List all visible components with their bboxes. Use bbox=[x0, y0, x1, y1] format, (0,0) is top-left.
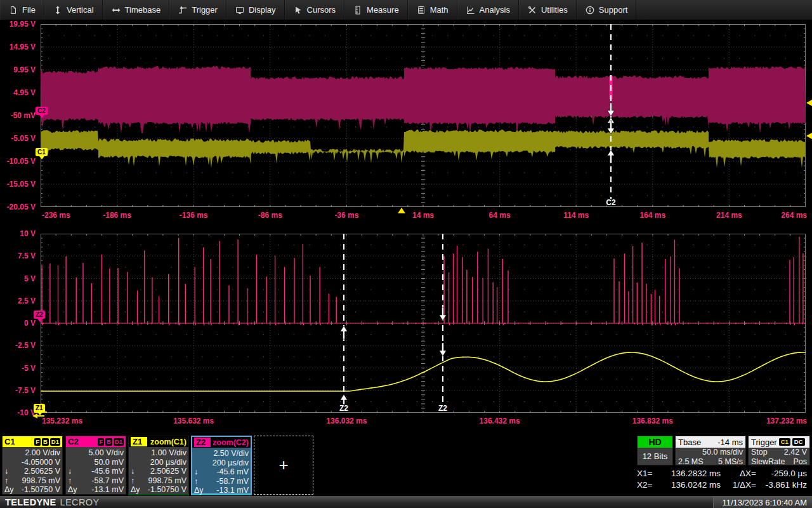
y-axis-label: 7.5 V bbox=[0, 251, 36, 260]
trigger-title: Trigger bbox=[751, 438, 777, 447]
y-axis-label: -10.05 V bbox=[0, 157, 36, 166]
descriptor-row-symbol: Δy bbox=[131, 485, 145, 495]
x-axis-label: 136.832 ms bbox=[618, 417, 688, 425]
descriptor-subtitle: zoom(C2) bbox=[213, 438, 249, 447]
descriptor-row-symbol bbox=[194, 449, 208, 458]
descriptor-c1[interactable]: C1FBD12.00 V/div-4.05000 V↓2.50625 V↑998… bbox=[2, 436, 63, 495]
descriptor-row-value: -58.7 mV bbox=[82, 476, 124, 486]
trigger-source-badge: C1 bbox=[779, 438, 790, 446]
descriptor-row-value: 2.50625 V bbox=[18, 467, 60, 476]
descriptor-row-value: -58.7 mV bbox=[208, 477, 249, 486]
menu-item-timebase[interactable]: Timebase bbox=[103, 0, 170, 20]
descriptor-badge-b: B bbox=[105, 438, 112, 446]
cursor-arrow-icon bbox=[294, 6, 303, 15]
x-axis-label: 136.432 ms bbox=[465, 417, 535, 425]
menu-item-display[interactable]: Display bbox=[226, 0, 285, 20]
trigger-time-marker[interactable] bbox=[398, 208, 405, 213]
menu-item-vertical[interactable]: Vertical bbox=[44, 0, 103, 20]
svg-text:Z2: Z2 bbox=[339, 404, 348, 413]
descriptor-row: 200 µs/div bbox=[131, 458, 187, 467]
tbase-offset: -14 ms bbox=[717, 438, 743, 447]
y-axis-label: 9.95 V bbox=[0, 65, 36, 74]
descriptor-badge-b: B bbox=[42, 438, 49, 446]
descriptor-row: 1.00 V/div bbox=[131, 448, 187, 458]
main-grid-plot[interactable]: C2 bbox=[41, 24, 806, 207]
add-trace-button[interactable]: + bbox=[254, 436, 313, 495]
tbase-samples: 2.5 MS bbox=[678, 457, 704, 467]
menu-item-file[interactable]: File bbox=[0, 0, 44, 20]
descriptor-row-value: 5.00 V/div bbox=[82, 448, 124, 458]
descriptor-title: Z2 bbox=[194, 438, 211, 447]
trace-offset-pointer-c1 bbox=[39, 156, 44, 159]
descriptor-c2[interactable]: C2FBD15.00 V/div50.0 mV↓-45.6 mV↑-58.7 m… bbox=[65, 436, 126, 495]
descriptor-row-symbol: ↓ bbox=[131, 467, 145, 476]
descriptor-row: Δy-1.50750 V bbox=[131, 485, 187, 495]
descriptor-title: C1 bbox=[4, 437, 15, 446]
descriptor-badge-f: F bbox=[34, 438, 41, 446]
descriptor-row: ↓-45.6 mV bbox=[194, 467, 249, 477]
hd-mode-box[interactable]: HD 12 Bits bbox=[637, 436, 673, 465]
menu-item-label: Support bbox=[599, 5, 628, 15]
zoom-grid-plot[interactable]: Z2Z2 bbox=[41, 234, 806, 413]
descriptor-row-value: -45.6 mV bbox=[82, 467, 124, 476]
menu-item-measure[interactable]: Measure bbox=[344, 0, 408, 20]
menu-item-analysis[interactable]: Analysis bbox=[457, 0, 519, 20]
x-axis-label: 135.232 ms bbox=[42, 417, 112, 425]
descriptor-row: -4.05000 V bbox=[4, 458, 60, 467]
calculator-icon bbox=[417, 6, 426, 15]
trace-offset-marker-c2[interactable]: C2 bbox=[36, 107, 48, 115]
timebase-box[interactable]: Tbase -14 ms 50.0 ms/div 2.5 MS 5 MS/s bbox=[675, 436, 746, 465]
brand-lecroy: LECROY bbox=[60, 497, 100, 507]
menu-item-cursors[interactable]: Cursors bbox=[285, 0, 345, 20]
descriptor-row: 5.00 V/div bbox=[68, 448, 124, 458]
descriptor-badge-d1: D1 bbox=[50, 438, 60, 446]
tbase-rate: 5 MS/s bbox=[718, 457, 743, 467]
descriptor-row-symbol: ↓ bbox=[4, 467, 18, 476]
trigger-box[interactable]: Trigger C1 DC Stop 2.42 V SlewRate Pos bbox=[748, 436, 810, 465]
vertical-arrows-icon bbox=[53, 6, 62, 15]
descriptor-row: 200 µs/div bbox=[194, 458, 249, 468]
menu-item-label: Display bbox=[249, 5, 276, 15]
menu-item-trigger[interactable]: Trigger bbox=[169, 0, 226, 20]
oscilloscope-screen: FileVerticalTimebaseTriggerDisplayCursor… bbox=[0, 0, 812, 508]
menu-item-label: Measure bbox=[367, 5, 399, 15]
y-axis-label: -50 mV bbox=[0, 111, 36, 120]
menu-item-label: Math bbox=[430, 5, 449, 15]
svg-text:Z2: Z2 bbox=[438, 404, 447, 413]
y-axis-label: 0 V bbox=[0, 319, 36, 328]
tbase-scale: 50.0 ms/div bbox=[702, 448, 743, 457]
descriptor-row: Δy-1.50750 V bbox=[4, 485, 60, 495]
trace-offset-marker-z1[interactable]: Z1 bbox=[34, 404, 45, 412]
descriptor-row-symbol bbox=[131, 458, 145, 467]
utilities-tools-icon bbox=[528, 6, 537, 15]
trace-offset-pointer-c2 bbox=[39, 115, 44, 118]
menu-item-math[interactable]: Math bbox=[408, 0, 457, 20]
dx-value: -259.0 µs bbox=[756, 468, 807, 479]
descriptor-row-symbol bbox=[194, 458, 208, 468]
trace-offset-marker-z2[interactable]: Z2 bbox=[34, 311, 45, 319]
dx-label: ΔX= bbox=[721, 468, 756, 479]
menu-item-support[interactable]: Support bbox=[577, 0, 637, 20]
trigger-mode: Stop bbox=[751, 448, 768, 457]
y-axis-label: -20.05 V bbox=[0, 203, 36, 211]
descriptor-z2[interactable]: Z2zoom(C2)2.50 V/div200 µs/div↓-45.6 mV↑… bbox=[191, 436, 252, 495]
invdx-label: 1/ΔX= bbox=[721, 479, 756, 491]
trace-offset-marker-c1[interactable]: C1 bbox=[36, 148, 48, 156]
y-axis-label: 10 V bbox=[0, 229, 36, 238]
descriptor-row-value: 998.75 mV bbox=[18, 476, 60, 486]
descriptor-row-symbol: ↑ bbox=[68, 476, 82, 486]
invdx-value: -3.861 kHz bbox=[756, 479, 807, 491]
menu-item-utilities[interactable]: Utilities bbox=[519, 0, 577, 20]
descriptor-row-value: 200 µs/div bbox=[208, 458, 249, 468]
descriptor-row-symbol: Δy bbox=[194, 486, 208, 495]
descriptor-row: ↑998.75 mV bbox=[131, 476, 187, 486]
y-axis-label: 19.95 V bbox=[0, 20, 36, 29]
descriptor-row-symbol bbox=[4, 458, 18, 467]
menu-item-label: File bbox=[22, 5, 36, 15]
y-axis-label: -5 V bbox=[0, 364, 36, 373]
trace-offset-pointer-z1 bbox=[37, 412, 43, 415]
descriptor-z1[interactable]: Z1zoom(C1)1.00 V/div200 µs/div↓2.50625 V… bbox=[128, 436, 189, 495]
menu-item-label: Trigger bbox=[192, 5, 218, 15]
descriptor-row-value: -1.50750 V bbox=[18, 485, 60, 495]
descriptor-row: ↑-58.7 mV bbox=[68, 476, 124, 486]
